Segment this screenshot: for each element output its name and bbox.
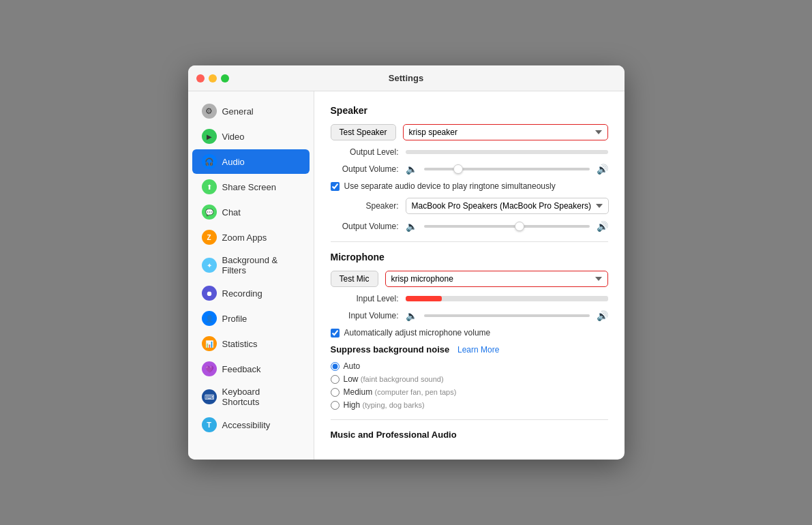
input-level-row: Input Level: (331, 294, 608, 303)
zoom-apps-icon: Z (202, 230, 217, 245)
sidebar-label-share-screen: Share Screen (222, 182, 277, 192)
sidebar: ⚙ General ▶ Video 🎧 Audio ⬆ Share Screen… (188, 91, 314, 460)
input-volume-row: Input Volume: 🔈 🔊 (331, 310, 608, 321)
traffic-lights (196, 74, 229, 82)
volume-high2-icon: 🔊 (597, 221, 608, 232)
separate-audio-label: Use separate audio device to play ringto… (344, 181, 556, 191)
speaker-select[interactable]: krisp speaker (403, 124, 608, 140)
suppress-medium-label: Medium (computer fan, pen taps) (344, 387, 457, 397)
auto-adjust-label: Automatically adjust microphone volume (344, 328, 491, 338)
volume-high-icon: 🔊 (597, 164, 608, 175)
profile-icon: 👤 (202, 311, 217, 326)
input-volume-label: Input Volume: (331, 311, 399, 320)
background-icon: ✦ (202, 258, 217, 273)
sidebar-label-background: Background & Filters (222, 255, 300, 275)
input-level-bar (406, 296, 608, 301)
volume-low2-icon: 🔈 (406, 221, 417, 232)
output-volume-row: Output Volume: 🔈 🔊 (331, 164, 608, 175)
sidebar-label-feedback: Feedback (222, 364, 261, 374)
close-button[interactable] (196, 74, 205, 82)
sidebar-item-general[interactable]: ⚙ General (192, 99, 310, 123)
maximize-button[interactable] (221, 74, 229, 82)
output-volume2-row: Output Volume: 🔈 🔊 (331, 221, 608, 232)
sidebar-item-chat[interactable]: 💬 Chat (192, 200, 310, 224)
test-speaker-button[interactable]: Test Speaker (331, 124, 396, 140)
suppress-auto-radio[interactable] (331, 362, 340, 371)
sidebar-label-audio: Audio (222, 157, 245, 167)
divider1 (331, 241, 608, 242)
titlebar: Settings (188, 65, 625, 91)
general-icon: ⚙ (202, 104, 217, 119)
output-level-label: Output Level: (331, 147, 399, 157)
input-level-label: Input Level: (331, 294, 399, 303)
sidebar-item-share-screen[interactable]: ⬆ Share Screen (192, 175, 310, 199)
feedback-icon: 💜 (202, 361, 217, 376)
test-mic-button[interactable]: Test Mic (331, 271, 378, 287)
auto-adjust-checkbox[interactable] (331, 329, 340, 338)
main-panel: Speaker Test Speaker krisp speaker Outpu… (314, 91, 625, 460)
suppress-low-label: Low (faint background sound) (344, 374, 444, 384)
accessibility-icon: T (202, 417, 217, 432)
learn-more-link[interactable]: Learn More (457, 345, 499, 355)
chat-icon: 💬 (202, 205, 217, 220)
sidebar-item-background[interactable]: ✦ Background & Filters (192, 250, 310, 280)
sidebar-item-keyboard[interactable]: ⌨ Keyboard Shortcuts (192, 382, 310, 412)
sidebar-label-video: Video (222, 132, 245, 142)
sidebar-item-statistics[interactable]: 📊 Statistics (192, 331, 310, 356)
divider2 (331, 419, 608, 420)
sidebar-label-general: General (222, 106, 254, 117)
sidebar-label-chat: Chat (222, 207, 241, 217)
output-volume-slider[interactable] (424, 168, 590, 170)
sidebar-item-recording[interactable]: ⏺ Recording (192, 281, 310, 305)
volume-low3-icon: 🔈 (406, 310, 417, 321)
sidebar-label-keyboard: Keyboard Shortcuts (222, 387, 300, 407)
output-level-row: Output Level: (331, 147, 608, 157)
input-level-fill (406, 296, 442, 301)
content-area: ⚙ General ▶ Video 🎧 Audio ⬆ Share Screen… (188, 91, 625, 460)
speaker2-label: Speaker: (331, 201, 399, 211)
volume-low-icon: 🔈 (406, 164, 417, 175)
keyboard-icon: ⌨ (202, 389, 217, 404)
recording-icon: ⏺ (202, 286, 217, 301)
sidebar-item-profile[interactable]: 👤 Profile (192, 306, 310, 331)
sidebar-label-statistics: Statistics (222, 339, 258, 349)
suppress-low-row: Low (faint background sound) (331, 374, 608, 384)
speaker-section-title: Speaker (331, 105, 608, 116)
music-section-title: Music and Professional Audio (331, 430, 608, 440)
suppress-high-radio[interactable] (331, 401, 340, 410)
sidebar-item-video[interactable]: ▶ Video (192, 124, 310, 149)
audio-icon: 🎧 (202, 154, 217, 169)
mic-select[interactable]: krisp microphone (385, 271, 608, 287)
separate-audio-row: Use separate audio device to play ringto… (331, 181, 608, 191)
suppress-auto-row: Auto (331, 361, 608, 371)
sidebar-item-feedback[interactable]: 💜 Feedback (192, 357, 310, 381)
sidebar-item-audio[interactable]: 🎧 Audio (192, 149, 310, 174)
output-volume2-label: Output Volume: (331, 222, 399, 231)
minimize-button[interactable] (209, 74, 217, 82)
output-level-slider[interactable] (406, 150, 608, 154)
output-volume2-slider[interactable] (424, 225, 590, 228)
input-volume-slider[interactable] (424, 314, 590, 317)
sidebar-label-profile: Profile (222, 314, 247, 324)
speaker2-row: Speaker: MacBook Pro Speakers (MacBook P… (331, 198, 608, 214)
separate-audio-checkbox[interactable] (331, 182, 340, 191)
suppress-medium-radio[interactable] (331, 388, 340, 397)
window-title: Settings (389, 73, 423, 83)
sidebar-label-recording: Recording (222, 288, 262, 299)
sidebar-item-accessibility[interactable]: T Accessibility (192, 412, 310, 437)
speaker2-select[interactable]: MacBook Pro Speakers (MacBook Pro Speake… (406, 198, 609, 214)
noise-suppress-options: Auto Low (faint background sound) Medium… (331, 361, 608, 410)
suppress-high-label: High (typing, dog barks) (344, 400, 425, 410)
share-screen-icon: ⬆ (202, 179, 217, 194)
mic-device-row: Test Mic krisp microphone (331, 271, 608, 287)
statistics-icon: 📊 (202, 336, 217, 351)
video-icon: ▶ (202, 129, 217, 144)
suppress-high-row: High (typing, dog barks) (331, 400, 608, 410)
sidebar-item-zoom-apps[interactable]: Z Zoom Apps (192, 225, 310, 250)
suppress-low-radio[interactable] (331, 375, 340, 384)
sidebar-label-accessibility: Accessibility (222, 420, 271, 430)
auto-adjust-row: Automatically adjust microphone volume (331, 328, 608, 338)
sidebar-label-zoom-apps: Zoom Apps (222, 232, 267, 243)
microphone-section-title: Microphone (331, 252, 608, 262)
output-volume-label: Output Volume: (331, 164, 399, 174)
